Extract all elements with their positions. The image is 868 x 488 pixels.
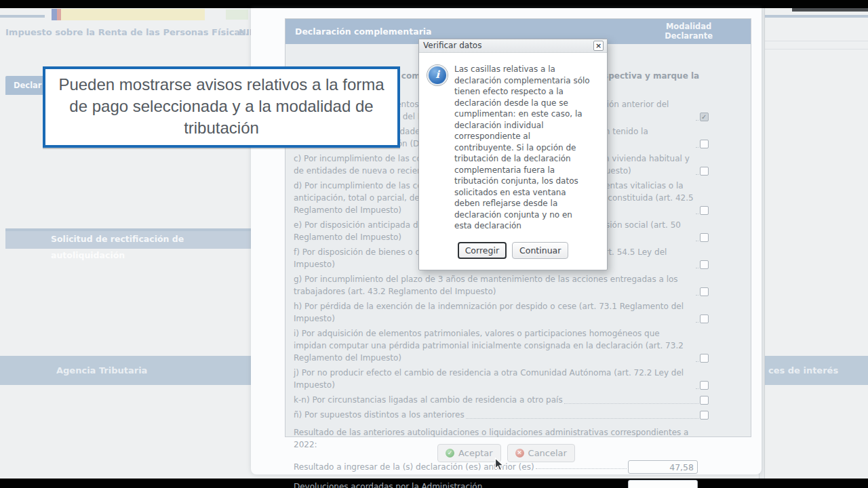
- cause-label: i) Por adquisición de elementos patrimon…: [294, 327, 694, 364]
- cause-row: h) Por pérdida de la exención de la inde…: [294, 300, 743, 325]
- divider-line-left: [0, 15, 45, 18]
- dialog-message: Las casillas relativas a la declaración …: [454, 64, 590, 232]
- dotted-leader: [536, 468, 627, 469]
- cancel-x-icon: ✕: [515, 449, 524, 458]
- continuar-button[interactable]: Continuar: [512, 242, 568, 259]
- field-row-resultado: Resultado a ingresar de la (s) declaraci…: [294, 460, 743, 474]
- column-header-line1: Modalidad: [665, 22, 713, 31]
- field-label: Devoluciones acordadas por la Administra…: [294, 481, 482, 488]
- cause-checkbox[interactable]: [700, 167, 709, 176]
- cause-checkbox[interactable]: [700, 287, 709, 296]
- cause-label: ñ) Por supuestos distintos a los anterio…: [294, 409, 465, 421]
- dotted-leader: [696, 268, 698, 268]
- verificar-datos-dialog: Verificar datos × i Las casillas relativ…: [418, 39, 608, 270]
- corregir-button[interactable]: Corregir: [458, 242, 507, 259]
- cause-checkbox[interactable]: [700, 354, 709, 363]
- mouse-cursor: [494, 458, 505, 472]
- column-header-line2: Declarante: [665, 31, 713, 41]
- annotation-callout: Pueden mostrarse avisos relativos a la f…: [43, 66, 400, 148]
- aceptar-button[interactable]: ✓ Aceptar: [437, 444, 500, 462]
- section-rectificacion-header[interactable]: Solicitud de rectificación de autoliquid…: [5, 228, 254, 249]
- cancelar-button[interactable]: ✕ Cancelar: [507, 444, 575, 462]
- cause-row: g) Por incumplimiento del plazo de 3 año…: [294, 273, 743, 298]
- modal-actions: ✓ Aceptar ✕ Cancelar: [251, 444, 762, 462]
- cause-label: k-n) Por circunstancias ligadas al cambi…: [294, 394, 563, 406]
- dotted-leader: [696, 147, 698, 148]
- dotted-leader: [696, 241, 698, 241]
- cause-checkbox[interactable]: [700, 411, 709, 420]
- cause-checkbox[interactable]: [700, 206, 709, 215]
- cause-checkbox[interactable]: [700, 113, 709, 121]
- cause-label: j) Por no producir efecto el cambio de r…: [294, 367, 694, 391]
- info-icon: i: [427, 65, 448, 85]
- flag-blue-stripe: [52, 9, 57, 20]
- letterbox-top: [0, 0, 868, 8]
- cause-checkbox[interactable]: [700, 260, 709, 269]
- field-row-devoluciones: Devoluciones acordadas por la Administra…: [294, 480, 743, 488]
- cause-label: g) Por incumplimiento del plazo de 3 año…: [294, 273, 694, 298]
- footer-enlaces-interes: ces de interés: [765, 356, 868, 385]
- dotted-leader: [696, 388, 698, 389]
- accept-check-icon: ✓: [446, 449, 454, 458]
- dotted-leader: [696, 174, 698, 175]
- dotted-leader: [696, 214, 698, 214]
- dotted-leader: [466, 418, 698, 419]
- column-header-modalidad-declarante: Modalidad Declarante: [665, 22, 713, 41]
- footer-agencia-tributaria: Agencia Tributaria: [0, 356, 254, 385]
- dialog-buttons: Corregir Continuar: [419, 232, 607, 270]
- dialog-title: Verificar datos: [423, 41, 481, 50]
- dialog-titlebar: Verificar datos ×: [419, 39, 607, 53]
- dotted-leader: [696, 361, 698, 362]
- browser-tab-fragment: [792, 8, 868, 12]
- aceptar-label: Aceptar: [458, 448, 492, 458]
- divider-faint: [765, 41, 868, 41]
- cause-row: i) Por adquisición de elementos patrimon…: [294, 327, 743, 364]
- resultado-ingresar-input[interactable]: [628, 460, 698, 474]
- cause-row: k-n) Por circunstancias ligadas al cambi…: [294, 394, 743, 406]
- devoluciones-input[interactable]: [628, 480, 698, 488]
- cause-checkbox[interactable]: [700, 233, 709, 242]
- dotted-leader: [696, 120, 698, 121]
- cause-checkbox[interactable]: [700, 140, 709, 148]
- dialog-body: i Las casillas relativas a la declaració…: [419, 53, 607, 232]
- cause-checkbox[interactable]: [700, 381, 709, 390]
- cancelar-label: Cancelar: [528, 448, 567, 458]
- cause-checkbox[interactable]: [700, 314, 709, 323]
- divider-faint: [765, 49, 868, 49]
- divider-line-right: [765, 15, 868, 18]
- cause-row: ñ) Por supuestos distintos a los anterio…: [294, 409, 743, 421]
- dotted-leader: [696, 322, 698, 323]
- panel-title: Declaración complementaria: [295, 19, 432, 44]
- menu-highlight-band: [61, 9, 205, 20]
- toolbar-fragment: [226, 9, 248, 20]
- close-icon[interactable]: ×: [593, 41, 604, 51]
- cause-checkbox[interactable]: [700, 396, 709, 405]
- cause-row: j) Por no producir efecto el cambio de r…: [294, 367, 743, 391]
- cause-label: h) Por pérdida de la exención de la inde…: [294, 300, 694, 325]
- dotted-leader: [564, 403, 698, 404]
- dotted-leader: [696, 295, 698, 296]
